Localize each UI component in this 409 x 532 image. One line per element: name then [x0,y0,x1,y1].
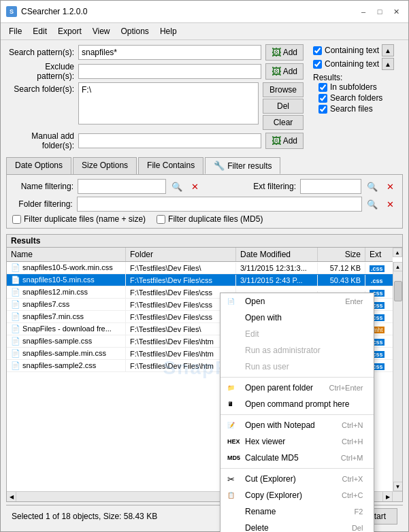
maximize-button[interactable]: □ [373,5,387,18]
col-header-folder[interactable]: Folder [126,248,236,261]
dup-md5-row: Filter duplicate files (MD5) [157,214,263,224]
context-menu-item[interactable]: DeleteDel [220,520,374,532]
context-menu-item[interactable]: 📁Open parent folderCtrl+Enter [220,380,374,396]
context-menu-item[interactable]: Open with [220,310,374,326]
add-exclude-pattern-button[interactable]: 🖼 Add [265,63,304,80]
ctx-label: Run as user [245,362,289,371]
folder-clear-button[interactable]: ✕ [383,197,397,211]
add-manual-button[interactable]: 🖼 Add [265,133,304,149]
ctx-shortcut: Ctrl+M [341,454,363,462]
table-row[interactable]: 📄 snapfiles10-5.min.css F:\Testfiles\Dev… [7,274,393,286]
add-icon: 🖼 [272,47,281,58]
ctx-label: Calculate MD5 [245,453,299,463]
search-folders-checkbox[interactable] [318,94,327,103]
vertical-scrollbar[interactable]: ▲ ▼ [393,262,402,491]
tab-size-options[interactable]: Size Options [73,157,137,174]
table-row[interactable]: 📄 snapfiles10-5-work.min.css F:\Testfile… [7,262,393,274]
title-controls: – □ ✕ [357,5,403,18]
ext-badge: .css [370,278,385,284]
folder-filter-input[interactable] [77,197,362,212]
ctx-label: Open with Notepad [245,420,315,430]
context-menu-item[interactable]: ✂Cut (Explorer)Ctrl+X [220,471,374,487]
results-header: Results [7,235,402,248]
ctx-text-icon: 📁 [227,384,235,391]
col-header-name[interactable]: Name [7,248,126,261]
search-folders-row: Search folders [318,93,403,103]
in-subfolders-label: In subfolders [330,82,377,92]
name-clear-button[interactable]: ✕ [188,180,201,193]
table-header: Name Folder Date Modified Size Ext [7,248,393,262]
in-subfolders-checkbox[interactable] [318,83,327,92]
minimize-button[interactable]: – [357,5,370,18]
menu-export[interactable]: Export [52,24,87,38]
search-pattern-input[interactable] [78,45,261,60]
menu-edit[interactable]: Edit [27,24,52,38]
folder-list-item: F:\ [80,84,257,95]
scrollbar-down[interactable]: ▼ [393,482,403,491]
ctx-shortcut: Enter [345,297,363,305]
ctx-shortcut: Ctrl+Enter [329,384,363,392]
top-area: Search pattern(s): 🖼 Add Exclude pattern… [6,44,403,152]
browse-button[interactable]: Browse [263,82,304,97]
context-menu-item[interactable]: 🖥Open command prompt here [220,396,374,412]
col-header-ext[interactable]: Ext [365,248,393,261]
context-menu-item[interactable]: RenameF2 [220,503,374,520]
exclude-pattern-input[interactable] [78,64,261,79]
clear-button[interactable]: Clear [263,115,304,130]
table-header-row: Name Folder Date Modified Size Ext ▲ [7,248,402,262]
tab-file-contains[interactable]: File Contains [138,157,203,174]
exclude-pattern-label: Exclude pattern(s): [6,62,74,81]
context-menu: 📄OpenEnterOpen withEditRun as administra… [220,293,374,532]
dup-name-size-checkbox[interactable] [12,215,21,224]
containing-text-checkbox1[interactable] [313,46,322,55]
containing-text-row2: Containing text ▲ [313,58,403,70]
context-menu-item[interactable]: HEXHex viewerCtrl+H [220,433,374,450]
containing-text-arr1[interactable]: ▲ [382,44,394,56]
menu-file[interactable]: File [3,24,27,38]
menu-view[interactable]: View [87,24,116,38]
search-files-label: Search files [330,104,373,114]
tab-filter-results[interactable]: 🔧 Filter results [205,157,280,174]
del-button[interactable]: Del [263,99,304,114]
ext-filter-input[interactable] [300,179,361,194]
h-scroll-left[interactable]: ◀ [7,492,16,501]
manual-add-input[interactable] [78,133,261,148]
containing-text-arr2[interactable]: ▲ [382,58,394,70]
ctx-shortcut: Ctrl+C [342,491,363,499]
name-filter-input[interactable] [78,179,166,194]
folder-list[interactable]: F:\ [78,82,259,124]
h-scroll-right[interactable]: ▶ [382,492,392,501]
name-ext-row: Name filtering: 🔍 ✕ Ext filtering: 🔍 ✕ [12,179,397,194]
col-header-date[interactable]: Date Modified [236,248,318,261]
folder-search-button[interactable]: 🔍 [366,197,380,211]
tab-date-options[interactable]: Date Options [6,157,71,174]
search-files-checkbox[interactable] [318,105,327,114]
context-menu-item[interactable]: 📋Copy (Explorer)Ctrl+C [220,487,374,503]
results-subsection: Results: In subfolders Search folders [313,73,403,114]
ext-clear-button[interactable]: ✕ [383,180,397,193]
right-panel: Containing text ▲ Containing text ▲ Resu… [308,44,403,152]
scrollbar-thumb[interactable] [394,281,402,301]
ctx-label: Run as administrator [245,346,321,355]
scrollbar-up[interactable]: ▲ [393,262,403,271]
close-button[interactable]: ✕ [389,5,403,18]
ctx-label: Rename [245,507,276,516]
ext-search-button[interactable]: 🔍 [365,180,379,193]
col-header-size[interactable]: Size [318,248,365,261]
context-menu-item[interactable]: 📄OpenEnter [220,293,374,310]
name-search-button[interactable]: 🔍 [170,180,184,193]
containing-text-checkbox2[interactable] [313,60,322,69]
tab-filter-content: Name filtering: 🔍 ✕ Ext filtering: 🔍 ✕ F… [6,175,403,229]
folder-filter-label: Folder filtering: [12,199,73,209]
context-menu-item: Run as administrator [220,342,374,359]
menu-options[interactable]: Options [116,24,154,38]
dup-md5-checkbox[interactable] [157,215,165,224]
add-search-pattern-button[interactable]: 🖼 Add [265,44,304,61]
ctx-text-icon: 🖥 [227,401,233,408]
folder-area: F:\ Browse Del Clear [78,82,304,130]
scroll-up-arrow[interactable]: ▲ [393,248,402,257]
context-menu-item[interactable]: 📝Open with NotepadCtrl+N [220,417,374,433]
context-menu-item[interactable]: MD5Calculate MD5Ctrl+M [220,450,374,466]
folder-filter-row: Folder filtering: 🔍 ✕ [12,197,397,212]
menu-help[interactable]: Help [154,24,182,38]
